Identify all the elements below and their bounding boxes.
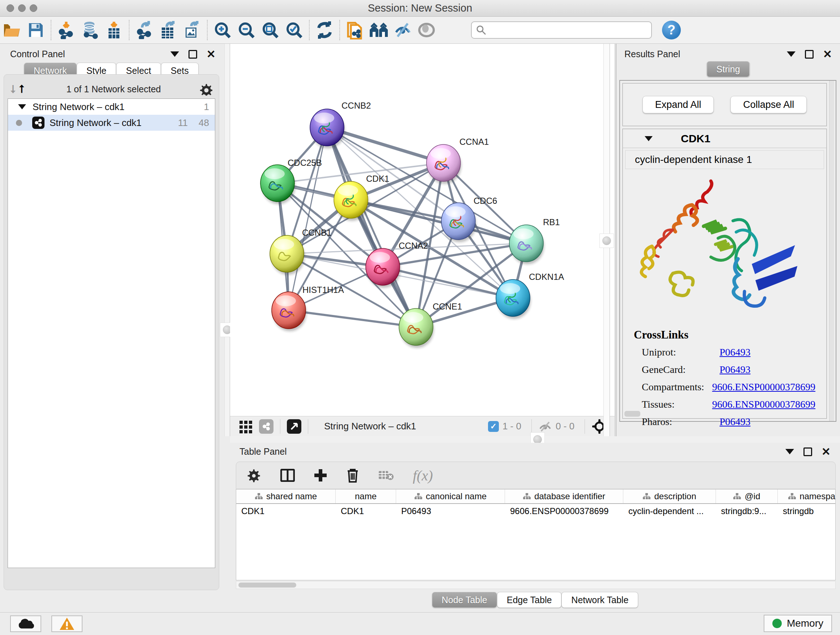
export-network-icon[interactable] xyxy=(133,19,156,41)
collapse-all-button[interactable]: Collapse All xyxy=(730,96,807,113)
table-hscrollbar[interactable] xyxy=(236,581,836,589)
results-hscroll-thumb[interactable] xyxy=(624,411,640,417)
column-header-canonical-name[interactable]: canonical name xyxy=(396,489,505,503)
memory-label: Memory xyxy=(787,618,823,629)
network-edge[interactable] xyxy=(289,310,416,327)
results-panel-title: Results Panel xyxy=(624,49,680,59)
hidden-eye-icon[interactable] xyxy=(538,421,552,432)
first-neighbors-icon[interactable] xyxy=(367,19,391,41)
import-network-icon[interactable] xyxy=(54,19,78,41)
table-cell[interactable]: 9606.ENSP00000378699 xyxy=(505,504,623,518)
panel-float-icon[interactable] xyxy=(804,448,812,456)
detach-view-icon[interactable] xyxy=(287,419,302,434)
warning-icon[interactable] xyxy=(51,616,82,632)
crosslink-value-link[interactable]: 9606.ENSP00000378699 xyxy=(712,381,815,393)
cloud-icon[interactable] xyxy=(10,616,41,632)
right-splitter[interactable] xyxy=(603,44,610,436)
open-session-icon[interactable] xyxy=(0,19,24,41)
network-node[interactable]: CCNA1 xyxy=(426,137,489,184)
left-splitter[interactable] xyxy=(224,44,230,436)
apply-layout-icon[interactable] xyxy=(313,19,336,41)
zoom-selected-icon[interactable] xyxy=(282,19,306,41)
network-row[interactable]: String Network – cdk1 11 48 xyxy=(8,115,215,131)
clone-network-icon[interactable] xyxy=(343,19,367,41)
panel-float-icon[interactable] xyxy=(188,50,197,59)
delete-column-icon[interactable] xyxy=(346,468,359,483)
panel-menu-icon[interactable] xyxy=(171,51,179,57)
gene-section-header[interactable]: CDK1 xyxy=(623,129,826,148)
network-node[interactable]: CCNB2 xyxy=(310,101,371,149)
column-header-description[interactable]: description xyxy=(623,489,716,503)
panel-menu-icon[interactable] xyxy=(787,51,796,57)
split-columns-icon[interactable] xyxy=(280,469,295,482)
zoom-in-icon[interactable] xyxy=(210,19,234,41)
network-overview-icon[interactable] xyxy=(259,419,273,434)
network-collection-row[interactable]: String Network – cdk1 1 xyxy=(8,99,215,115)
table-hscroll-thumb[interactable] xyxy=(238,583,296,587)
crosslink-value-link[interactable]: P06493 xyxy=(720,416,751,428)
network-edge[interactable] xyxy=(327,127,416,327)
table-cell[interactable]: P06493 xyxy=(396,504,505,518)
column-header--id[interactable]: @id xyxy=(716,489,778,503)
tab-network-table[interactable]: Network Table xyxy=(561,592,638,608)
crosslink-value-link[interactable]: P06493 xyxy=(720,347,751,358)
table-cell[interactable]: stringdb xyxy=(778,504,836,518)
table-row[interactable]: CDK1CDK1P064939606.ENSP00000378699cyclin… xyxy=(236,504,835,518)
network-node[interactable]: RB1 xyxy=(509,217,560,264)
column-header-namespac[interactable]: namespac xyxy=(778,489,836,503)
right-splitter-handle[interactable] xyxy=(600,233,614,248)
table-splitter[interactable] xyxy=(230,436,840,443)
table-cell[interactable]: CDK1 xyxy=(336,504,396,518)
selected-checkbox-icon[interactable]: ✓ xyxy=(488,421,499,432)
column-header-database-identifier[interactable]: database identifier xyxy=(505,489,623,503)
help-icon[interactable]: ? xyxy=(662,21,681,40)
hide-selected-icon[interactable] xyxy=(391,19,415,41)
expand-all-icon[interactable]: ⭡ xyxy=(19,83,24,96)
zoom-out-icon[interactable] xyxy=(234,19,258,41)
tree-expand-icon[interactable] xyxy=(18,104,26,109)
gear-icon[interactable] xyxy=(247,468,262,483)
node-table[interactable]: shared namenamecanonical namedatabase id… xyxy=(236,489,836,580)
column-header-shared-name[interactable]: shared name xyxy=(236,489,336,503)
import-database-icon[interactable] xyxy=(78,19,102,41)
network-node[interactable]: CDKN1A xyxy=(496,272,564,319)
panel-close-icon[interactable]: ✕ xyxy=(821,448,831,456)
export-table-icon[interactable] xyxy=(156,19,180,41)
network-node[interactable]: HIST1H1A xyxy=(272,285,344,331)
control-panel-title: Control Panel xyxy=(10,49,65,59)
crosslink-label: Tissues: xyxy=(642,399,712,410)
crosslink-value-link[interactable]: 9606.ENSP00000378699 xyxy=(712,399,815,410)
panel-float-icon[interactable] xyxy=(805,50,813,59)
import-table-icon[interactable] xyxy=(102,19,126,41)
collapse-all-icon[interactable]: ⭣ xyxy=(11,83,16,96)
search-input[interactable] xyxy=(486,23,651,37)
collapse-gene-icon[interactable] xyxy=(645,136,653,141)
expand-all-button[interactable]: Expand All xyxy=(643,96,714,113)
delete-table-icon[interactable] xyxy=(378,470,394,481)
results-scrollbar[interactable] xyxy=(829,81,834,421)
grid-mode-icon[interactable] xyxy=(239,419,253,434)
tab-node-table[interactable]: Node Table xyxy=(432,592,497,608)
column-header-name[interactable]: name xyxy=(336,489,396,503)
table-cell[interactable]: cyclin-dependent ... xyxy=(623,504,716,518)
table-cell[interactable]: CDK1 xyxy=(236,504,336,518)
zoom-fit-icon[interactable] xyxy=(258,19,282,41)
tab-string[interactable]: String xyxy=(706,61,750,77)
memory-status-dot xyxy=(772,619,782,628)
show-all-icon[interactable] xyxy=(415,19,439,41)
network-canvas[interactable]: CCNB2CCNA1CDC25BCDK1CDC6RB1CCNB1CCNA2CDK… xyxy=(230,44,603,416)
save-session-icon[interactable] xyxy=(24,19,48,41)
network-node[interactable]: CDK1 xyxy=(334,174,389,221)
crosslink-value-link[interactable]: P06493 xyxy=(720,364,751,375)
function-builder-icon[interactable]: f(x) xyxy=(413,467,433,484)
export-image-icon[interactable] xyxy=(180,19,204,41)
gear-icon[interactable] xyxy=(199,82,212,96)
tab-edge-table[interactable]: Edge Table xyxy=(497,592,562,608)
memory-button[interactable]: Memory xyxy=(764,615,832,632)
add-column-icon[interactable] xyxy=(314,469,327,482)
network-status-dot xyxy=(16,120,22,126)
panel-menu-icon[interactable] xyxy=(785,449,794,454)
panel-close-icon[interactable]: ✕ xyxy=(207,50,216,59)
table-cell[interactable]: stringdb:9... xyxy=(716,504,778,518)
panel-close-icon[interactable]: ✕ xyxy=(823,50,832,59)
